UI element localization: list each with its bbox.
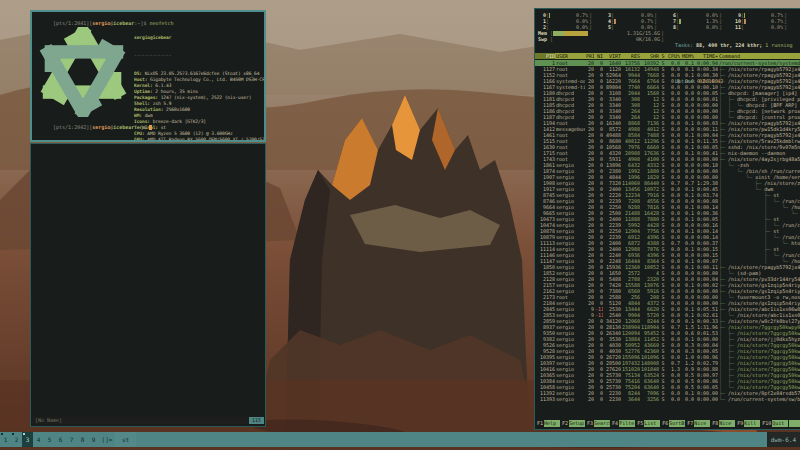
fkey-F7[interactable]: F7: [686, 420, 694, 427]
shell-prompt-line-2[interactable]: [pts/1:2042][sergio@icebear:~]$: [35, 118, 152, 136]
workspace-tag-7[interactable]: 7: [66, 432, 77, 447]
text-cursor: [149, 125, 152, 130]
fkey-F9[interactable]: F9: [736, 420, 744, 427]
workspace-tag-6[interactable]: 6: [55, 432, 66, 447]
editor-statusline: [No Name] 115: [32, 417, 264, 424]
workspace-tag-8[interactable]: 8: [77, 432, 88, 447]
desktop: [pts/1:2041][sergio@icebear:~]$ neofetch…: [0, 0, 800, 450]
fkey-F2[interactable]: F2: [561, 420, 569, 427]
fkey-label-setup[interactable]: Setup: [569, 420, 585, 427]
fkey-label-quit[interactable]: Quit: [772, 420, 788, 427]
htop-swap-meter: Swp[0K/16.0G]: [538, 36, 664, 42]
status-text: dwm-6.4: [767, 432, 800, 447]
statusline-buffer-name: [No Name]: [32, 417, 62, 424]
column-header-pri[interactable]: PRI: [586, 53, 594, 59]
htop-column-header[interactable]: PIDUSERPRINIVIRTRESSHRSCPU%MEM%TIME+Comm…: [535, 53, 800, 59]
workspace-tag-3[interactable]: 3: [22, 432, 33, 447]
focused-window-title: st: [115, 432, 136, 447]
fkey-F3[interactable]: F3: [586, 420, 594, 427]
fkey-label-filter[interactable]: Filter: [619, 420, 635, 427]
column-header-user[interactable]: USER: [556, 53, 585, 59]
dwm-statusbar: 123456789 []= st dwm-6.4: [0, 432, 800, 447]
nixos-logo-icon: [38, 27, 128, 117]
fkey-label-kill[interactable]: Kill: [744, 420, 760, 427]
workspace-tag-5[interactable]: 5: [44, 432, 55, 447]
fkey-F8[interactable]: F8: [711, 420, 719, 427]
neofetch-info: sergio@icebear -------------- OS: NixOS …: [134, 23, 264, 142]
workspace-tag-9[interactable]: 9: [88, 432, 99, 447]
prompt-pts: [pts/1:2041][: [53, 20, 92, 26]
fkey-F6[interactable]: F6: [661, 420, 669, 427]
fkey-label-nice +[interactable]: Nice +: [719, 420, 735, 427]
fkey-label-search[interactable]: Search: [594, 420, 610, 427]
neofetch-lines: OS: NixOS 23.05.2573.6167e6dcfee (Stoat)…: [134, 71, 264, 142]
column-header-command[interactable]: Command: [719, 53, 800, 59]
fkey-F5[interactable]: F5: [636, 420, 644, 427]
column-header-virt[interactable]: VIRT: [604, 53, 621, 59]
column-header-s[interactable]: S: [660, 53, 666, 59]
column-header-mem%[interactable]: MEM%: [681, 53, 694, 59]
htop-function-key-bar: F1HelpF2SetupF3SearchF4FilterF5ListF6Sor…: [536, 420, 800, 427]
fkey-F10[interactable]: F10: [761, 420, 772, 427]
htop-process-list: 1root20016401375610392S0.00.10:00.94/run…: [535, 60, 800, 402]
workspace-tags: 123456789: [0, 432, 99, 447]
fkey-label-nice -[interactable]: Nice -: [694, 420, 710, 427]
column-header-res[interactable]: RES: [622, 53, 640, 59]
htop-cpu-meters: 0[0.7%]3[0.0%]6[0.0%]9[0.7%]1[0.0%]4[0.7…: [538, 12, 798, 30]
column-header-time+[interactable]: TIME+: [695, 53, 718, 59]
fkey-F4[interactable]: F4: [611, 420, 619, 427]
process-row[interactable]: 11393sergio200223036443256S0.00.00:00.00…: [535, 396, 800, 402]
column-header-ni[interactable]: NI: [595, 53, 603, 59]
statusline-position: 115: [249, 417, 264, 424]
terminal-window-neofetch[interactable]: [pts/1:2041][sergio@icebear:~]$ neofetch…: [30, 10, 266, 142]
column-header-shr[interactable]: SHR: [641, 53, 659, 59]
workspace-tag-4[interactable]: 4: [33, 432, 44, 447]
neofetch-user-host: sergio@icebear: [134, 35, 264, 41]
terminal-window-htop[interactable]: 0[0.7%]3[0.0%]6[0.0%]9[0.7%]1[0.0%]4[0.7…: [534, 8, 800, 430]
fkey-label-help[interactable]: Help: [544, 420, 560, 427]
workspace-tag-2[interactable]: 2: [11, 432, 22, 447]
prompt-username: sergio: [92, 20, 110, 26]
column-header-cpu%[interactable]: CPU%: [667, 53, 680, 59]
column-header-pid[interactable]: PID: [535, 53, 555, 59]
layout-symbol[interactable]: []=: [99, 432, 115, 447]
neofetch-separator: --------------: [134, 53, 264, 59]
workspace-tag-1[interactable]: 1: [0, 432, 11, 447]
terminal-window-editor[interactable]: [No Name] 115: [30, 143, 266, 427]
fkey-label-sortby[interactable]: SortBy: [669, 420, 685, 427]
fkey-F1[interactable]: F1: [536, 420, 544, 427]
prompt-hostname: icebear: [113, 20, 134, 26]
fkey-label-list[interactable]: List: [644, 420, 660, 427]
